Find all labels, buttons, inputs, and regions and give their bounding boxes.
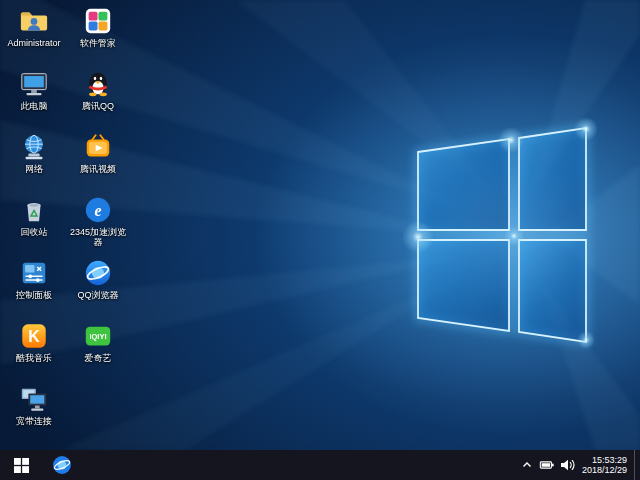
recycle-bin-icon bbox=[19, 195, 49, 225]
qq-browser-icon bbox=[51, 454, 73, 476]
kuwo-music-icon: K bbox=[19, 321, 49, 351]
desktop-icon-label: 网络 bbox=[25, 164, 43, 174]
speaker-icon bbox=[559, 457, 575, 473]
computer-icon bbox=[19, 69, 49, 99]
desktop-icon-this-pc[interactable]: 此电脑 bbox=[4, 67, 64, 130]
svg-text:iQIYI: iQIYI bbox=[89, 332, 106, 341]
battery-icon bbox=[539, 457, 555, 473]
qq-penguin-icon bbox=[83, 69, 113, 99]
desktop-icon-control-panel[interactable]: 控制面板 bbox=[4, 256, 64, 319]
desktop-icon-recycle-bin[interactable]: 回收站 bbox=[4, 193, 64, 256]
desktop-icon-iqiyi[interactable]: iQIYI 爱奇艺 bbox=[68, 319, 128, 382]
user-folder-icon bbox=[19, 6, 49, 36]
iqiyi-icon: iQIYI bbox=[83, 321, 113, 351]
desktop-icon-label: 控制面板 bbox=[16, 290, 52, 300]
show-desktop-button[interactable] bbox=[634, 450, 640, 480]
desktop-icon-software-manager[interactable]: 软件管家 bbox=[68, 4, 128, 67]
chevron-up-icon bbox=[521, 459, 533, 471]
windows-logo-icon bbox=[14, 458, 29, 473]
desktop-icon-label: 宽带连接 bbox=[16, 416, 52, 426]
desktop-icon-broadband-connection[interactable]: 宽带连接 bbox=[4, 382, 64, 445]
software-manager-icon bbox=[83, 6, 113, 36]
svg-text:e: e bbox=[94, 202, 101, 219]
desktop-icon-label: 软件管家 bbox=[80, 38, 116, 48]
start-button[interactable] bbox=[0, 450, 42, 480]
qq-browser-icon bbox=[83, 258, 113, 288]
desktop-icon-tencent-qq[interactable]: 腾讯QQ bbox=[68, 67, 128, 130]
desktop-icon-label: 2345加速浏览器 bbox=[68, 227, 128, 247]
tencent-video-icon bbox=[83, 132, 113, 162]
desktop-icon-label: 腾讯视频 bbox=[80, 164, 116, 174]
taskbar: 15:53:29 2018/12/29 bbox=[0, 450, 640, 480]
desktop-icon-label: 此电脑 bbox=[21, 101, 48, 111]
desktop-icon-label: 酷我音乐 bbox=[16, 353, 52, 363]
2345-browser-icon: e bbox=[83, 195, 113, 225]
desktop-icon-qq-browser[interactable]: QQ浏览器 bbox=[68, 256, 128, 319]
desktop-icon-administrator[interactable]: Administrator bbox=[4, 4, 64, 67]
desktop-icon-label: 腾讯QQ bbox=[82, 101, 114, 111]
desktop-icon-label: 回收站 bbox=[21, 227, 48, 237]
desktop-icon-tencent-video[interactable]: 腾讯视频 bbox=[68, 130, 128, 193]
network-icon bbox=[19, 132, 49, 162]
battery-tray-button[interactable] bbox=[537, 450, 557, 480]
desktop-icon-label: Administrator bbox=[7, 38, 60, 48]
taskbar-qq-browser-button[interactable] bbox=[42, 450, 82, 480]
desktop-icon-label: QQ浏览器 bbox=[77, 290, 118, 300]
desktop-icon-kuwo-music[interactable]: K 酷我音乐 bbox=[4, 319, 64, 382]
tray-expand-button[interactable] bbox=[517, 450, 537, 480]
control-panel-icon bbox=[19, 258, 49, 288]
svg-text:K: K bbox=[28, 328, 40, 345]
desktop-icon-network[interactable]: 网络 bbox=[4, 130, 64, 193]
desktop-icon-2345-browser[interactable]: e 2345加速浏览器 bbox=[68, 193, 128, 256]
desktop-icon-label: 爱奇艺 bbox=[85, 353, 112, 363]
clock-time: 15:53:29 bbox=[582, 455, 627, 466]
taskbar-clock[interactable]: 15:53:29 2018/12/29 bbox=[577, 450, 634, 480]
volume-tray-button[interactable] bbox=[557, 450, 577, 480]
clock-date: 2018/12/29 bbox=[582, 465, 627, 476]
broadband-connection-icon bbox=[19, 384, 49, 414]
system-tray: 15:53:29 2018/12/29 bbox=[517, 450, 640, 480]
desktop-icon-grid: Administrator 此电脑 bbox=[4, 4, 128, 445]
desktop[interactable]: Administrator 此电脑 bbox=[0, 0, 640, 450]
